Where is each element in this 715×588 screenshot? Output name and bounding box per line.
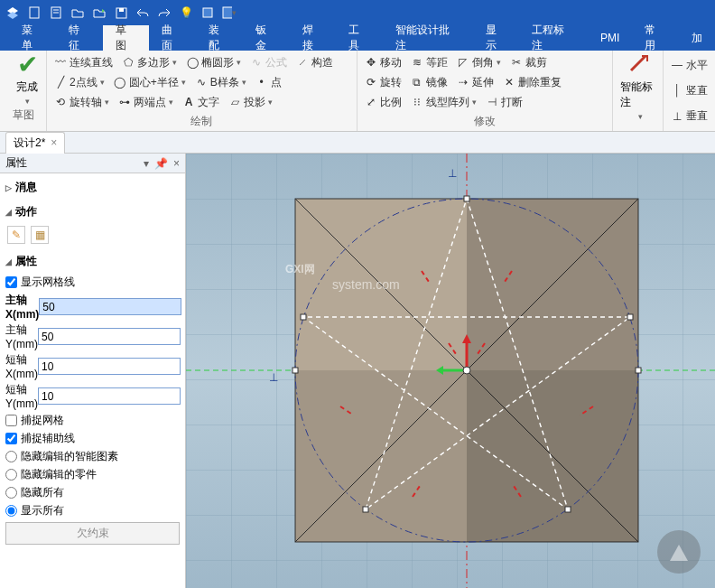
cmd-rotaxis[interactable]: ⟲旋转轴▾ [54,95,109,110]
menu-sketch[interactable]: 草图 [103,25,150,51]
star-icon[interactable]: ▾ [222,5,237,20]
cmd-pattern[interactable]: ⁝⁝线型阵列▾ [411,95,477,110]
smart-dim-button[interactable]: 智能标注 ▾ [620,52,660,121]
hide-parts-radio[interactable] [5,469,17,481]
undo-icon[interactable] [135,5,150,20]
svg-rect-34 [565,507,571,512]
cmd-circle[interactable]: ◯圆心+半径▾ [114,75,186,90]
cmd-point[interactable]: •点 [255,75,282,90]
light-icon[interactable]: 💡 [179,5,193,20]
model-viewport[interactable]: ⊥ ⊥ GXI网 system.com [186,154,715,588]
doc-tab[interactable]: 设计2* × [5,132,65,154]
under-constraint-button[interactable]: 欠约束 [5,522,180,545]
cmd-scale[interactable]: ⤢比例 [365,95,402,110]
menu-main[interactable]: 菜单 [9,25,56,51]
view-cube[interactable] [652,525,706,579]
cmd-construct[interactable]: ⟋构造 [296,55,333,70]
menu-display[interactable]: 显示 [473,25,520,51]
cmd-trim[interactable]: ✂裁剪 [510,55,547,70]
close-icon[interactable]: × [51,136,57,149]
construct-icon: ⟋ [296,56,309,69]
endpoints-icon: ⊶ [118,96,131,108]
open-icon[interactable] [70,5,85,20]
collapse-icon[interactable]: ◢ [5,257,12,266]
move-icon: ✥ [365,56,377,69]
rotate-icon: ⟳ [365,76,377,89]
cmd-text[interactable]: A文字 [182,95,219,110]
horiz-icon: — [671,59,683,71]
menu-smart-annot[interactable]: 智能设计批注 [383,25,472,51]
panel-close-icon[interactable]: × [173,157,180,170]
snap-guide-checkbox[interactable] [5,433,17,444]
group-draw: 绘制 [54,112,349,129]
cmd-endpoints[interactable]: ⊶两端点▾ [118,95,173,110]
cmd-vert[interactable]: │竖直 [671,83,708,98]
menu-sheetmetal[interactable]: 钣金 [243,25,290,51]
svg-rect-7 [223,7,232,18]
save-icon[interactable] [114,5,128,20]
major-y-input[interactable] [38,328,181,345]
cmd-bspline[interactable]: ∿B样条▾ [195,75,246,90]
svg-rect-31 [464,196,469,201]
panel-pin-icon[interactable]: 📌 [154,157,168,170]
action-grid-icon[interactable]: ▦ [31,226,49,244]
app-icon[interactable] [5,5,20,20]
svg-rect-6 [203,8,212,17]
menu-eng-annot[interactable]: 工程标注 [519,25,588,51]
mirror-icon: ⧉ [411,76,423,89]
pattern-icon: ⁝⁝ [411,96,423,108]
quick-access-toolbar: 💡 ▾ [0,0,715,25]
cmd-break[interactable]: ⊣打断 [486,95,523,110]
menu-common[interactable]: 常用 [632,25,679,51]
polygon-icon: ⬠ [122,56,135,69]
redo-icon[interactable] [157,5,172,20]
new-doc-icon[interactable] [49,5,63,20]
cmd-rotate[interactable]: ⟳旋转 [365,75,402,90]
minor-y-input[interactable] [38,387,181,405]
polyline-icon: 〰 [54,56,67,69]
cmd-deldupe[interactable]: ✕删除重复 [503,75,562,90]
cmd-polygon[interactable]: ⬠多边形▾ [122,55,177,70]
menu-assembly[interactable]: 装配 [196,25,243,51]
deldupe-icon: ✕ [503,76,515,89]
new-icon[interactable] [27,5,42,20]
cmd-polyline[interactable]: 〰连续直线 [54,55,113,70]
menu-add[interactable]: 加 [679,25,715,51]
cmd-extend[interactable]: ⇢延伸 [457,75,494,90]
menu-surface[interactable]: 曲面 [149,25,196,51]
layers-icon[interactable] [200,5,215,20]
constraint-icon: ⊥ [448,167,457,180]
snap-grid-checkbox[interactable] [5,415,17,426]
cmd-project[interactable]: ▱投影▾ [228,95,273,110]
panel-dropdown-icon[interactable]: ▾ [144,157,149,170]
cmd-chamfer[interactable]: ◸倒角▾ [457,55,501,70]
expand-icon[interactable]: ▷ [5,183,12,192]
menu-pmi[interactable]: PMI [588,25,632,51]
finish-button[interactable]: ✔ 完成 ▾ [7,52,47,106]
cmd-formula[interactable]: ∿公式 [250,55,287,70]
menu-weld[interactable]: 焊接 [290,25,337,51]
action-edit-icon[interactable]: ✎ [7,226,25,244]
cmd-offset[interactable]: ≋等距 [411,55,448,70]
cmd-2ptline[interactable]: ╱2点线▾ [54,75,105,90]
show-all-radio[interactable] [5,505,17,517]
cmd-mirror[interactable]: ⧉镜像 [411,75,448,90]
axis-icon: ⟲ [54,96,67,108]
cmd-move[interactable]: ✥移动 [365,55,402,70]
open-arrow-icon[interactable] [92,5,107,20]
major-x-input[interactable] [39,298,181,315]
cmd-ellipse[interactable]: ◯椭圆形▾ [186,55,241,70]
minor-x-input[interactable] [38,358,181,375]
menu-feature[interactable]: 特征 [56,25,103,51]
cmd-perp[interactable]: ⊥垂直 [671,108,708,124]
show-grid-checkbox[interactable] [5,276,17,288]
radio-label: 隐藏编辑的智能图素 [21,449,118,464]
field-label: 主轴Y(mm) [5,322,38,350]
field-label: 短轴Y(mm) [5,382,38,410]
collapse-icon[interactable]: ◢ [5,208,12,217]
hide-smart-radio[interactable] [5,451,17,462]
hide-all-radio[interactable] [5,487,17,499]
chamfer-icon: ◸ [457,56,469,69]
menu-tools[interactable]: 工具 [336,25,383,51]
cmd-horiz[interactable]: —水平 [671,58,708,73]
